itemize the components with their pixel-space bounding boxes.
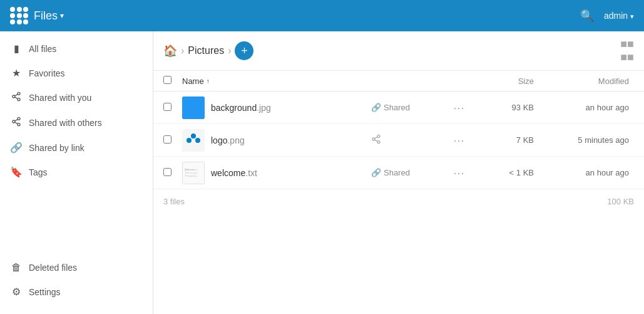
- name-column-header[interactable]: Name ↑: [182, 76, 371, 86]
- table-row[interactable]: background.jpg 🔗 Shared ⋯ 93 KB an hour …: [153, 92, 644, 124]
- more-options-col: ⋯: [446, 133, 471, 147]
- sidebar-label-deleted-files: Deleted files: [29, 263, 77, 273]
- more-options-col: ⋯: [446, 101, 471, 115]
- file-name-col: logo.png: [182, 129, 371, 152]
- sort-arrow: ↑: [207, 78, 210, 85]
- layout: ▮ All files ★ Favorites Shared with you: [0, 31, 644, 314]
- file-thumbnail: [182, 97, 205, 119]
- breadcrumb-separator-2: ›: [228, 45, 231, 56]
- table-row[interactable]: Welcome t... This is just... The packa..…: [153, 157, 644, 189]
- row-checkbox[interactable]: [163, 103, 171, 111]
- svg-point-7: [18, 123, 20, 126]
- sidebar-item-settings[interactable]: ⚙ Settings: [0, 280, 153, 304]
- main-content: 🏠 › Pictures › + ■■■■ Name ↑: [153, 31, 644, 314]
- topbar: Files ▾ 🔍 admin ▾: [0, 0, 644, 31]
- svg-line-16: [375, 140, 378, 142]
- file-shared-status: [371, 134, 446, 146]
- sidebar-label-shared-with-others: Shared with others: [29, 118, 102, 128]
- sidebar-label-all-files: All files: [29, 44, 56, 54]
- nextcloud-logo: [10, 7, 29, 24]
- sidebar: ▮ All files ★ Favorites Shared with you: [0, 31, 153, 314]
- file-table: Name ↑ Size Modified backgrou: [153, 71, 644, 314]
- file-thumbnail: [182, 129, 205, 152]
- tag-icon: 🔖: [10, 166, 23, 178]
- svg-line-8: [15, 122, 18, 124]
- svg-point-1: [13, 95, 15, 98]
- svg-point-5: [18, 117, 20, 120]
- star-icon: ★: [10, 67, 23, 79]
- svg-point-2: [18, 98, 20, 101]
- file-thumbnail: Welcome t... This is just... The packa..…: [182, 162, 205, 184]
- more-options-button[interactable]: ⋯: [446, 166, 471, 180]
- row-checkbox-col: [163, 135, 182, 145]
- user-menu[interactable]: admin ▾: [604, 11, 634, 21]
- svg-line-3: [15, 97, 18, 99]
- file-size: 7 KB: [471, 135, 534, 145]
- row-checkbox[interactable]: [163, 135, 171, 144]
- breadcrumb-right: ■■■■: [620, 38, 634, 64]
- share-with-others-icon: [10, 117, 23, 129]
- app-name[interactable]: Files ▾: [34, 9, 64, 23]
- add-file-button[interactable]: +: [235, 41, 253, 60]
- sidebar-item-all-files[interactable]: ▮ All files: [0, 36, 153, 61]
- more-options-button[interactable]: ⋯: [446, 133, 471, 147]
- gear-icon: ⚙: [10, 286, 23, 298]
- svg-point-10: [187, 138, 192, 143]
- file-name-col: Welcome t... This is just... The packa..…: [182, 162, 371, 184]
- breadcrumb-folder: Pictures: [188, 45, 224, 56]
- sidebar-item-tags[interactable]: 🔖 Tags: [0, 160, 153, 184]
- select-all-checkbox[interactable]: [163, 76, 171, 84]
- svg-line-4: [15, 94, 18, 96]
- sidebar-item-shared-with-others[interactable]: Shared with others: [0, 110, 153, 135]
- total-size: 100 KB: [607, 197, 634, 206]
- link-icon: 🔗: [10, 142, 23, 154]
- file-modified: an hour ago: [534, 168, 634, 177]
- breadcrumb: 🏠 › Pictures › + ■■■■: [153, 31, 644, 71]
- svg-point-11: [191, 133, 196, 139]
- row-checkbox[interactable]: [163, 168, 171, 176]
- sidebar-label-favorites: Favorites: [29, 68, 65, 78]
- file-count: 3 files: [163, 197, 185, 206]
- sidebar-item-deleted-files[interactable]: 🗑 Deleted files: [0, 256, 153, 280]
- file-size: 93 KB: [471, 103, 534, 112]
- share-with-you-icon: [10, 92, 23, 104]
- grid-view-icon[interactable]: ■■■■: [620, 38, 634, 63]
- svg-point-13: [377, 135, 380, 137]
- row-checkbox-col: [163, 103, 182, 113]
- search-icon[interactable]: 🔍: [580, 9, 594, 23]
- file-modified: 5 minutes ago: [534, 135, 634, 145]
- app-dropdown-arrow[interactable]: ▾: [60, 11, 64, 20]
- select-all-col: [163, 76, 182, 86]
- file-name: logo.png: [211, 135, 245, 145]
- file-size: < 1 KB: [471, 168, 534, 177]
- link-shared-icon: 🔗: [371, 103, 381, 112]
- breadcrumb-separator-1: ›: [181, 45, 184, 56]
- sidebar-item-favorites[interactable]: ★ Favorites: [0, 61, 153, 85]
- table-row[interactable]: logo.png ⋯ 7 K: [153, 124, 644, 157]
- svg-point-14: [372, 138, 375, 140]
- svg-point-15: [377, 141, 380, 144]
- sidebar-label-shared-by-link: Shared by link: [29, 143, 84, 153]
- svg-point-6: [13, 120, 15, 123]
- file-shared-status: 🔗 Shared: [371, 168, 446, 177]
- sidebar-item-shared-with-you[interactable]: Shared with you: [0, 85, 153, 110]
- sidebar-item-shared-by-link[interactable]: 🔗 Shared by link: [0, 135, 153, 160]
- topbar-left: Files ▾: [10, 7, 64, 24]
- more-options-button[interactable]: ⋯: [446, 101, 471, 115]
- share-action-icon[interactable]: [371, 134, 381, 146]
- sidebar-bottom-nav: 🗑 Deleted files ⚙ Settings: [0, 256, 153, 309]
- modified-column-header: Modified: [534, 76, 634, 86]
- folder-icon: ▮: [10, 43, 23, 55]
- file-shared-status: 🔗 Shared: [371, 103, 446, 112]
- svg-point-12: [195, 138, 200, 143]
- more-options-col: ⋯: [446, 166, 471, 180]
- sidebar-label-tags: Tags: [29, 167, 48, 177]
- file-name: background.jpg: [211, 103, 271, 113]
- file-name: welcome.txt: [211, 168, 257, 178]
- link-shared-icon-2: 🔗: [371, 168, 381, 177]
- file-modified: an hour ago: [534, 103, 634, 112]
- size-column-header: Size: [471, 76, 534, 86]
- home-icon[interactable]: 🏠: [163, 44, 177, 58]
- table-header: Name ↑ Size Modified: [153, 71, 644, 92]
- sidebar-label-settings: Settings: [29, 287, 61, 297]
